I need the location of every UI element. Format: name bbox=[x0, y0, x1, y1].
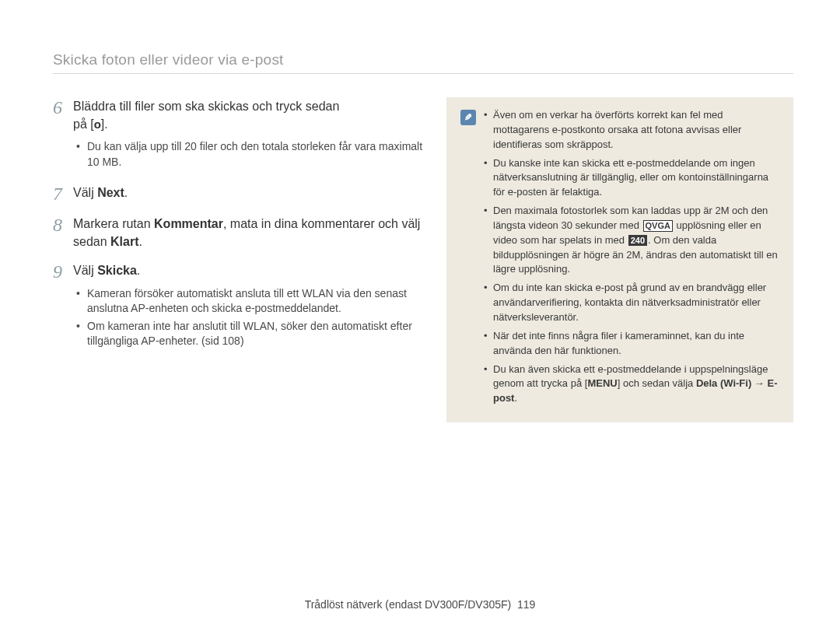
note-item: Även om en verkar ha överförts korrekt k… bbox=[484, 108, 779, 152]
step-bold: Klart bbox=[110, 235, 138, 248]
step-text: . bbox=[139, 235, 142, 248]
page-title: Skicka foton eller videor via e-post bbox=[53, 51, 793, 68]
menu-icon: MENU bbox=[587, 377, 617, 389]
notes-column: Även om en verkar ha överförts korrekt k… bbox=[446, 97, 793, 422]
step-body: Välj Skicka. Kameran försöker automatisk… bbox=[73, 261, 426, 352]
step-number: 9 bbox=[53, 261, 73, 282]
ok-icon: o bbox=[94, 116, 101, 133]
step-body: Välj Next. bbox=[73, 184, 426, 201]
footer: Trådlöst nätverk (endast DV300F/DV305F) … bbox=[0, 598, 840, 611]
step-number: 8 bbox=[53, 215, 73, 235]
note-item: Om du inte kan skicka e-post på grund av… bbox=[484, 281, 779, 325]
step-bold: Kommentar bbox=[154, 217, 223, 230]
steps-column: 6 Bläddra till filer som ska skickas och… bbox=[53, 97, 426, 363]
qvga-icon: QVGA bbox=[643, 220, 673, 231]
note-list: Även om en verkar ha överförts korrekt k… bbox=[484, 108, 779, 410]
step-bold: Next bbox=[97, 186, 124, 199]
step-text: på [ bbox=[73, 117, 94, 131]
step-text: Välj bbox=[73, 186, 97, 199]
step-body: Markera rutan Kommentar, mata in dina ko… bbox=[73, 215, 426, 250]
divider bbox=[53, 73, 793, 74]
bullet-item: Kameran försöker automatiskt ansluta til… bbox=[76, 286, 426, 317]
bullet-item: Om kameran inte har anslutit till WLAN, … bbox=[76, 319, 426, 349]
step-text: Välj bbox=[73, 264, 97, 277]
footer-text: Trådlöst nätverk (endast DV300F/DV305F) bbox=[305, 598, 512, 611]
step-text: . bbox=[137, 264, 140, 277]
note-icon bbox=[460, 110, 476, 125]
content-columns: 6 Bläddra till filer som ska skickas och… bbox=[53, 97, 793, 422]
note-box: Även om en verkar ha överförts korrekt k… bbox=[446, 97, 793, 422]
step-7: 7 Välj Next. bbox=[53, 184, 426, 204]
step-8: 8 Markera rutan Kommentar, mata in dina … bbox=[53, 215, 426, 250]
step-text: . bbox=[124, 186, 128, 199]
res-240-icon: 240 bbox=[628, 235, 647, 246]
step-body: Bläddra till filer som ska skickas och t… bbox=[73, 97, 426, 173]
step-number: 7 bbox=[53, 184, 73, 204]
step-6: 6 Bläddra till filer som ska skickas och… bbox=[53, 97, 426, 173]
step-bold: Skicka bbox=[97, 264, 137, 277]
step-text: Markera rutan bbox=[73, 217, 154, 230]
note-item: Du kan även skicka ett e-postmeddelande … bbox=[484, 363, 779, 407]
step-text: Bläddra till filer som ska skickas och t… bbox=[73, 100, 339, 113]
step-9: 9 Välj Skicka. Kameran försöker automati… bbox=[53, 261, 426, 352]
note-item: Du kanske inte kan skicka ett e-postmedd… bbox=[484, 156, 779, 201]
step-text: ]. bbox=[101, 117, 108, 131]
step-sub-bullets: Du kan välja upp till 20 filer och den t… bbox=[73, 139, 426, 170]
bullet-item: Du kan välja upp till 20 filer och den t… bbox=[76, 139, 426, 170]
note-item: Den maximala fotostorlek som kan laddas … bbox=[484, 204, 779, 277]
step-number: 6 bbox=[53, 97, 73, 117]
note-item: När det inte finns några filer i kameram… bbox=[484, 329, 779, 359]
step-sub-bullets: Kameran försöker automatiskt ansluta til… bbox=[73, 286, 426, 349]
page-number: 119 bbox=[517, 598, 535, 611]
